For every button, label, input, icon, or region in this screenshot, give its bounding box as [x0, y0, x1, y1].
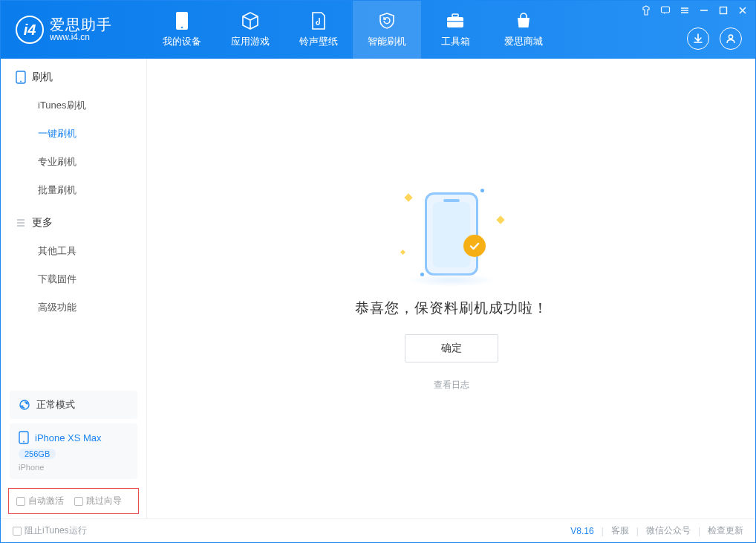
sidebar-item-other-tools[interactable]: 其他工具 [1, 237, 146, 265]
sparkle-icon [400, 250, 405, 255]
app-name-cn: 爱思助手 [50, 16, 112, 33]
sidebar-item-itunes-flash[interactable]: iTunes刷机 [1, 91, 146, 120]
status-left: 阻止iTunes运行 [13, 524, 87, 537]
device-name-text: iPhone XS Max [35, 432, 102, 443]
phone-small-icon [19, 431, 29, 444]
check-update-link[interactable]: 检查更新 [708, 524, 743, 537]
opt-label: 自动激活 [28, 495, 64, 506]
sidebar-item-download-firmware[interactable]: 下载固件 [1, 265, 146, 293]
sidebar-item-batch-flash[interactable]: 批量刷机 [1, 176, 146, 204]
separator: | [636, 526, 639, 536]
main-content: 恭喜您，保资料刷机成功啦！ 确定 查看日志 [147, 59, 755, 518]
view-log-link[interactable]: 查看日志 [434, 379, 469, 391]
checkbox-skip-guide[interactable]: 跳过向导 [74, 495, 122, 507]
svg-rect-3 [452, 14, 458, 17]
tab-ring-wallpaper[interactable]: 铃声壁纸 [284, 1, 353, 59]
cube-icon [241, 11, 260, 30]
close-button[interactable] [736, 4, 749, 17]
maximize-button[interactable] [717, 4, 730, 17]
header-right [687, 27, 742, 50]
opt-label: 跳过向导 [86, 495, 122, 506]
checkbox-icon [13, 527, 22, 536]
section-title-text: 刷机 [32, 71, 53, 84]
tab-smart-flash[interactable]: 智能刷机 [353, 1, 421, 59]
sidebar-section-title: 刷机 [1, 71, 146, 91]
dot-icon [480, 189, 484, 192]
logo-text: 爱思助手 www.i4.cn [50, 16, 112, 42]
phone-icon [172, 11, 192, 30]
separator: | [698, 526, 700, 536]
window-controls [639, 4, 749, 17]
sparkle-icon [496, 215, 504, 224]
body: 刷机 iTunes刷机 一键刷机 专业刷机 批量刷机 更多 其他工具 下载固件 … [1, 59, 755, 518]
device-capacity: 256GB [19, 449, 56, 459]
checkbox-block-itunes[interactable]: 阻止iTunes运行 [13, 524, 87, 537]
tab-label: 我的设备 [163, 35, 201, 48]
sidebar-section-flash: 刷机 iTunes刷机 一键刷机 专业刷机 批量刷机 [1, 59, 146, 204]
logo-icon: i4 [16, 16, 44, 44]
account-button[interactable] [720, 27, 742, 50]
checkbox-auto-activate[interactable]: 自动激活 [16, 495, 64, 507]
tab-label: 爱思商城 [504, 35, 543, 48]
minimize-button[interactable] [697, 4, 711, 17]
section-title-text: 更多 [32, 216, 53, 230]
tab-my-device[interactable]: 我的设备 [148, 1, 216, 59]
feedback-icon[interactable] [659, 4, 672, 17]
device-outline-icon [16, 71, 26, 84]
svg-point-1 [181, 27, 183, 29]
download-button[interactable] [687, 27, 709, 50]
version-label: V8.16 [570, 526, 593, 536]
checkbox-icon [74, 497, 83, 506]
svg-point-10 [20, 400, 29, 409]
sidebar-section-more: 更多 其他工具 下载固件 高级功能 [1, 204, 146, 322]
sparkle-icon [404, 193, 412, 201]
tab-label: 智能刷机 [368, 35, 406, 48]
device-type: iPhone [19, 463, 128, 472]
confirm-button[interactable]: 确定 [405, 334, 498, 362]
check-badge-icon [463, 235, 486, 257]
checkbox-icon [16, 497, 25, 506]
svg-point-9 [20, 81, 22, 82]
svg-rect-7 [720, 7, 727, 14]
svg-point-5 [729, 35, 732, 39]
mode-label: 正常模式 [36, 398, 75, 412]
tab-store[interactable]: 爱思商城 [489, 1, 558, 59]
tab-label: 应用游戏 [231, 35, 270, 48]
sidebar-item-onekey-flash[interactable]: 一键刷机 [1, 120, 146, 148]
list-icon [16, 218, 26, 228]
bag-icon [514, 11, 533, 30]
sidebar-item-pro-flash[interactable]: 专业刷机 [1, 148, 146, 176]
nav-tabs: 我的设备 应用游戏 铃声壁纸 智能刷机 工具箱 爱思商城 [148, 1, 558, 59]
device-mode-box[interactable]: 正常模式 [10, 391, 137, 419]
svg-rect-2 [447, 17, 463, 27]
sidebar-item-advanced[interactable]: 高级功能 [1, 293, 146, 322]
tab-toolbox[interactable]: 工具箱 [421, 1, 489, 59]
titlebar: i4 爱思助手 www.i4.cn 我的设备 应用游戏 铃声壁纸 智能刷机 工具… [1, 1, 755, 59]
phone-illustration-icon [425, 192, 478, 276]
support-link[interactable]: 客服 [611, 524, 629, 537]
menu-icon[interactable] [678, 4, 691, 17]
music-file-icon [309, 11, 328, 30]
logo: i4 爱思助手 www.i4.cn [1, 1, 148, 59]
flash-options-highlight: 自动激活 跳过向导 [8, 488, 139, 514]
device-card[interactable]: iPhone XS Max 256GB iPhone [10, 423, 137, 479]
tab-apps-games[interactable]: 应用游戏 [216, 1, 284, 59]
svg-rect-6 [662, 7, 670, 13]
separator: | [602, 526, 604, 536]
success-message: 恭喜您，保资料刷机成功啦！ [355, 299, 548, 318]
wechat-link[interactable]: 微信公众号 [646, 524, 691, 537]
svg-point-12 [23, 441, 25, 443]
tab-label: 工具箱 [441, 35, 470, 48]
svg-rect-4 [447, 21, 463, 22]
sync-icon [19, 399, 30, 411]
skin-icon[interactable] [639, 4, 653, 17]
block-itunes-label: 阻止iTunes运行 [25, 525, 87, 536]
sidebar: 刷机 iTunes刷机 一键刷机 专业刷机 批量刷机 更多 其他工具 下载固件 … [1, 59, 147, 518]
refresh-shield-icon [377, 11, 397, 30]
success-illustration [400, 186, 504, 282]
toolbox-icon [446, 11, 465, 30]
statusbar: 阻止iTunes运行 V8.16 | 客服 | 微信公众号 | 检查更新 [1, 518, 755, 542]
glow-icon [407, 273, 496, 287]
app-name-en: www.i4.cn [50, 33, 112, 42]
device-name-row: iPhone XS Max [19, 431, 128, 444]
